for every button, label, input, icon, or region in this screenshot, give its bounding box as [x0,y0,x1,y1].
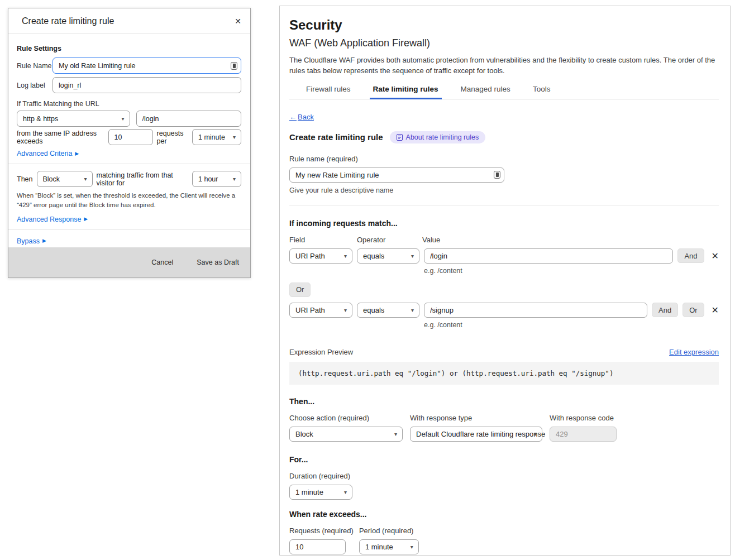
chevron-down-icon: ▾ [344,489,347,495]
page-description: The Cloudflare WAF provides both automat… [289,55,719,76]
modal-body: Rule Settings Rule Name Log label If Tra… [8,33,250,247]
form-title: Create rate limiting rule [289,132,383,142]
traffic-match-label: If Traffic Matching the URL [17,100,241,108]
log-label-input-wrap [52,77,241,93]
choose-action-label: Choose action (required) [289,414,403,422]
requests-input[interactable] [108,129,153,145]
document-icon [397,134,403,141]
url-input[interactable] [136,111,242,127]
response-code-label: With response code [550,414,617,422]
waf-tabs: Firewall rules Rate limiting rules Manag… [289,82,719,99]
tab-firewall-rules[interactable]: Firewall rules [305,82,352,99]
rule-name-input-wrap [289,167,504,183]
back-link[interactable]: ←Back [289,113,314,121]
block-duration-select[interactable]: 1 hour ▾ [192,171,241,187]
page-subtitle: WAF (Web Application Firewall) [289,37,719,49]
condition-row-2: URI Path ▾ equals ▾ And Or ✕ [289,303,719,318]
tab-managed-rules[interactable]: Managed rules [460,82,512,99]
remove-condition-icon[interactable]: ✕ [712,251,719,261]
response-type-select[interactable]: Default Cloudflare rate limiting respons… [410,427,542,442]
exceeds-text: from the same IP address exceeds [17,130,104,145]
chevron-down-icon: ▾ [411,544,413,550]
log-label-label: Log label [17,82,52,89]
modal-footer: Cancel Save as Draft [8,247,250,277]
scheme-select[interactable]: http & https ▾ [17,111,130,127]
duration-label: Duration (required) [289,472,719,480]
requests-input[interactable] [289,539,346,554]
then-columns: Choose action (required) Block ▾ With re… [289,414,719,442]
or-connector-button[interactable]: Or [289,283,311,297]
action-select[interactable]: Block ▾ [289,427,403,442]
rule-name-hint: Give your rule a descriptive name [289,186,719,194]
remove-condition-icon[interactable]: ✕ [712,305,719,315]
value-hint: e.g. /content [424,267,719,275]
chevron-down-icon: ▾ [121,116,124,122]
advanced-response-link[interactable]: Advanced Response ▶ [17,216,88,223]
period-select[interactable]: 1 minute ▾ [192,129,241,145]
security-waf-panel: Security WAF (Web Application Firewall) … [279,6,731,556]
or-button[interactable]: Or [682,303,704,317]
chevron-down-icon: ▾ [411,307,414,313]
back-arrow-icon: ← [289,113,297,121]
about-rate-limiting-rules-badge[interactable]: About rate limiting rules [390,131,486,143]
triangle-right-icon: ▶ [42,238,46,243]
create-rate-limiting-rule-modal: Create rate limiting rule ✕ Rule Setting… [8,8,251,278]
requests-column: Requests (required) [289,527,354,554]
autofill-icon[interactable] [231,62,237,70]
field-select[interactable]: URI Path ▾ [289,303,352,318]
chevron-down-icon: ▾ [233,134,236,140]
then-row: Then Block ▾ matching traffic from that … [17,171,241,187]
chevron-down-icon: ▾ [233,176,236,182]
rule-name-label: Rule Name [17,62,52,70]
field-select[interactable]: URI Path ▾ [289,248,352,264]
operator-select[interactable]: equals ▾ [357,248,419,264]
response-type-column: With response type Default Cloudflare ra… [410,414,542,442]
rate-section-heading: When rate exceeds... [289,510,719,519]
cancel-button[interactable]: Cancel [148,258,176,267]
rule-settings-heading: Rule Settings [17,45,241,52]
chevron-down-icon: ▾ [534,431,537,437]
divider [8,164,250,164]
rule-name-input-wrap [52,58,241,74]
close-icon[interactable]: ✕ [235,17,241,25]
operator-select[interactable]: equals ▾ [357,303,419,318]
rule-name-label: Rule name (required) [289,155,719,163]
action-select[interactable]: Block ▾ [37,171,93,187]
chevron-down-icon: ▾ [411,253,414,259]
expression-preview-header: Expression Preview Edit expression [289,348,719,356]
duration-select[interactable]: 1 minute ▾ [289,485,352,500]
tab-tools[interactable]: Tools [532,82,552,99]
save-as-draft-button[interactable]: Save as Draft [193,258,242,267]
operator-column-label: Operator [357,236,422,244]
value-input[interactable] [424,303,647,318]
and-button[interactable]: And [652,303,678,317]
period-select[interactable]: 1 minute ▾ [359,539,419,554]
chevron-down-icon: ▾ [394,431,397,437]
condition-row-1: URI Path ▾ equals ▾ And ✕ [289,248,719,264]
traffic-match-row: http & https ▾ [17,111,241,127]
chevron-down-icon: ▾ [344,307,347,313]
value-input[interactable] [424,248,673,264]
rate-columns: Requests (required) Period (required) 1 … [289,527,719,554]
for-section-heading: For... [289,455,719,464]
value-hint: e.g. /content [424,321,719,329]
log-label-input[interactable] [52,77,241,93]
matching-text: matching traffic from that visitor for [97,171,189,187]
rule-name-input[interactable] [289,167,504,183]
then-section-heading: Then... [289,397,719,406]
tab-rate-limiting-rules[interactable]: Rate limiting rules [372,82,440,99]
and-button[interactable]: And [677,248,704,263]
triangle-right-icon: ▶ [75,151,79,156]
triangle-right-icon: ▶ [84,217,88,222]
field-column-label: Field [289,236,357,244]
modal-header: Create rate limiting rule ✕ [8,8,250,33]
bypass-link[interactable]: Bypass ▶ [17,237,46,245]
advanced-criteria-link[interactable]: Advanced Criteria ▶ [17,150,79,157]
autofill-icon[interactable] [494,171,500,179]
edit-expression-link[interactable]: Edit expression [669,348,719,356]
block-note: When “Block” is set, when the threshold … [17,191,241,210]
then-text: Then [17,175,33,183]
rule-name-input[interactable] [52,58,241,74]
divider [289,205,719,205]
match-section-heading: If incoming requests match... [289,219,719,228]
